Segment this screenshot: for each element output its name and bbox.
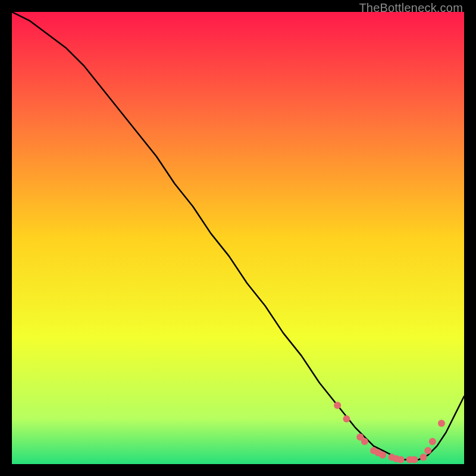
curve-marker (411, 456, 418, 463)
bottleneck-chart (12, 12, 464, 464)
plot-area (12, 12, 464, 464)
curve-marker (420, 454, 427, 461)
curve-marker (438, 420, 445, 427)
gradient-background (12, 12, 464, 464)
curve-marker (397, 456, 405, 463)
curve-marker (424, 447, 431, 454)
chart-frame: TheBottleneck.com (0, 0, 476, 476)
curve-marker (429, 438, 436, 445)
curve-marker (361, 438, 368, 445)
curve-marker (379, 452, 386, 459)
curve-marker (334, 402, 341, 409)
curve-marker (343, 415, 350, 422)
